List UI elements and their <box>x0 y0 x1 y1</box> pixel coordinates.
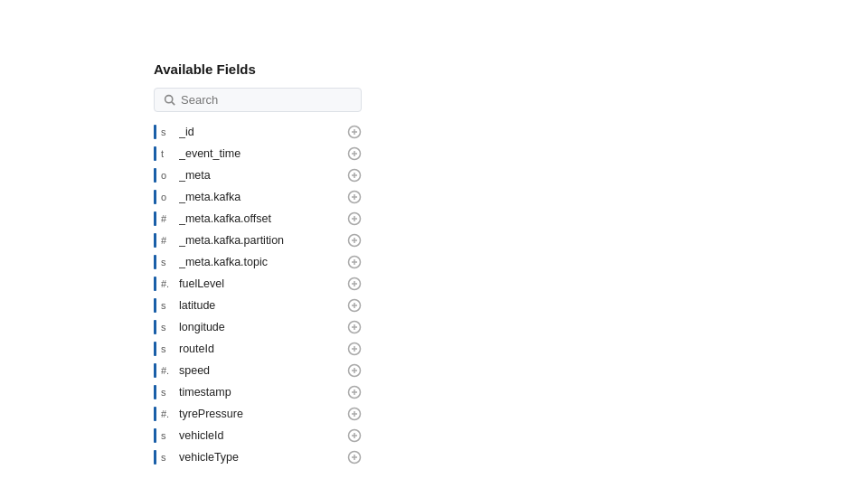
list-item: o _meta <box>154 164 362 186</box>
add-field-button[interactable] <box>347 211 362 226</box>
list-item: s routeId <box>154 338 362 360</box>
field-name: _id <box>179 126 342 138</box>
list-item: s longitude <box>154 316 362 338</box>
field-indicator <box>154 342 156 356</box>
list-item: t _event_time <box>154 143 362 164</box>
field-indicator <box>154 320 156 334</box>
add-field-button[interactable] <box>347 363 362 378</box>
search-box <box>154 88 362 112</box>
field-type: #. <box>161 278 179 289</box>
field-name: _event_time <box>179 147 342 160</box>
field-name: vehicleType <box>179 451 342 464</box>
field-indicator <box>154 255 156 269</box>
field-type: s <box>161 127 179 137</box>
add-field-button[interactable] <box>347 233 362 248</box>
field-indicator <box>154 298 156 313</box>
field-type: #. <box>161 408 179 419</box>
field-type: t <box>161 148 179 159</box>
field-indicator <box>154 146 156 161</box>
field-type: # <box>161 235 179 246</box>
field-indicator <box>154 168 156 183</box>
field-name: longitude <box>179 321 342 333</box>
add-field-button[interactable] <box>347 450 362 465</box>
list-item: o _meta.kafka <box>154 186 362 208</box>
field-name: latitude <box>179 299 342 312</box>
list-item: s vehicleType <box>154 446 362 468</box>
add-field-button[interactable] <box>347 190 362 204</box>
field-indicator <box>154 233 156 248</box>
field-indicator <box>154 363 156 378</box>
field-name: _meta.kafka.partition <box>179 234 342 247</box>
list-item: #. speed <box>154 360 362 381</box>
add-field-button[interactable] <box>347 168 362 183</box>
search-icon <box>164 94 175 106</box>
field-name: _meta.kafka.topic <box>179 256 342 268</box>
add-field-button[interactable] <box>347 298 362 313</box>
field-indicator <box>154 407 156 421</box>
field-type: #. <box>161 365 179 376</box>
list-item: s _id <box>154 121 362 143</box>
add-field-button[interactable] <box>347 320 362 334</box>
field-type: s <box>161 300 179 311</box>
add-field-button[interactable] <box>347 255 362 269</box>
field-indicator <box>154 428 156 443</box>
add-field-button[interactable] <box>347 428 362 443</box>
add-field-button[interactable] <box>347 385 362 399</box>
field-name: _meta.kafka.offset <box>179 212 342 225</box>
field-name: timestamp <box>179 386 342 399</box>
list-item: s timestamp <box>154 381 362 403</box>
list-item: s latitude <box>154 295 362 316</box>
list-item: # _meta.kafka.offset <box>154 208 362 230</box>
available-fields-panel: Available Fields s _id t _event_time <box>154 61 362 468</box>
page: Available Fields s _id t _event_time <box>0 0 868 488</box>
add-field-button[interactable] <box>347 146 362 161</box>
field-indicator <box>154 277 156 291</box>
svg-line-1 <box>172 102 175 105</box>
field-list: s _id t _event_time o _meta <box>154 121 362 468</box>
field-name: _meta.kafka <box>179 191 342 203</box>
field-type: # <box>161 213 179 224</box>
add-field-button[interactable] <box>347 277 362 291</box>
field-name: tyrePressure <box>179 408 342 420</box>
add-field-button[interactable] <box>347 407 362 421</box>
field-name: _meta <box>179 169 342 182</box>
field-indicator <box>154 190 156 204</box>
field-name: routeId <box>179 343 342 355</box>
field-name: speed <box>179 364 342 377</box>
field-type: s <box>161 257 179 267</box>
list-item: # _meta.kafka.partition <box>154 230 362 251</box>
field-type: s <box>161 430 179 441</box>
field-indicator <box>154 450 156 465</box>
field-type: s <box>161 343 179 354</box>
field-indicator <box>154 385 156 399</box>
list-item: s _meta.kafka.topic <box>154 251 362 273</box>
add-field-button[interactable] <box>347 342 362 356</box>
field-type: s <box>161 452 179 463</box>
field-type: s <box>161 387 179 398</box>
field-name: vehicleId <box>179 429 342 442</box>
list-item: s vehicleId <box>154 425 362 446</box>
svg-point-0 <box>165 96 173 103</box>
field-type: s <box>161 322 179 333</box>
search-input[interactable] <box>181 93 352 107</box>
list-item: #. fuelLevel <box>154 273 362 295</box>
field-type: o <box>161 170 179 181</box>
add-field-button[interactable] <box>347 125 362 139</box>
field-indicator <box>154 125 156 139</box>
panel-title: Available Fields <box>154 61 362 77</box>
field-indicator <box>154 211 156 226</box>
field-name: fuelLevel <box>179 277 342 290</box>
list-item: #. tyrePressure <box>154 403 362 425</box>
field-type: o <box>161 192 179 202</box>
